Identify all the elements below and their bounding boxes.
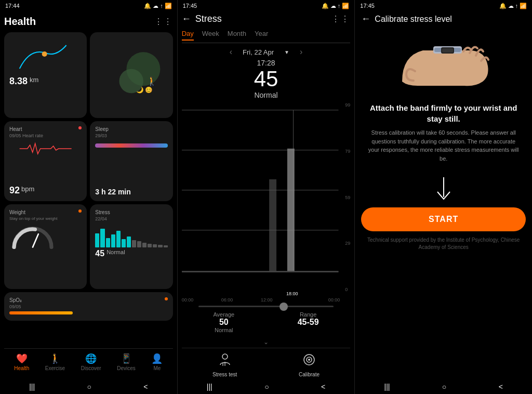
calib-title: Calibrate stress level xyxy=(375,15,452,24)
card-weight[interactable]: Weight Stay on top of your weight xyxy=(4,204,87,290)
stat-average: Average 50 Normal xyxy=(213,311,234,333)
stress-content: ← Stress ⋮⋮ Day Week Month Year ‹ Fri, 2… xyxy=(178,11,355,379)
reading-time: 17:28 xyxy=(182,59,351,67)
svg-text:🚶: 🚶 xyxy=(147,76,157,87)
x-label-24: 00:00 xyxy=(328,297,340,303)
time-1: 17:44 xyxy=(5,3,20,9)
tab-day[interactable]: Day xyxy=(182,30,194,41)
average-sub: Normal xyxy=(213,327,234,333)
walking-unit: km xyxy=(30,76,38,84)
average-label: Average xyxy=(213,311,234,318)
card-sleep[interactable]: Sleep 29/03 3 h 22 min xyxy=(90,121,172,201)
start-button[interactable]: START xyxy=(361,207,526,231)
svg-line-5 xyxy=(33,234,38,247)
nav-health-label: Health xyxy=(14,365,29,371)
nav-devices[interactable]: 📱 Devices xyxy=(117,353,136,371)
bottom-actions: Stress test Calibrate xyxy=(182,348,351,379)
svg-text:🌙 😊: 🌙 😊 xyxy=(136,86,153,94)
timeline-slider[interactable] xyxy=(182,306,351,307)
phone-nav-home[interactable]: ○ xyxy=(87,383,91,391)
stress-test-label: Stress test xyxy=(212,372,237,377)
card-spo2[interactable]: SpO₂ 09/05 xyxy=(4,292,173,321)
phone-nav-back-3[interactable]: < xyxy=(499,383,503,391)
phone-nav-menu-2[interactable]: ||| xyxy=(207,383,212,391)
calibrate-action[interactable]: Calibrate xyxy=(299,352,320,377)
calib-back-button[interactable]: ← xyxy=(361,14,370,24)
x-label-0: 00:00 xyxy=(182,297,194,303)
stress-more-icon[interactable]: ⋮⋮ xyxy=(331,14,350,24)
slider-thumb[interactable] xyxy=(280,303,288,311)
health-more-icon[interactable]: ⋮⋮ xyxy=(154,17,173,27)
expand-chevron[interactable]: ⌄ xyxy=(182,338,351,346)
devices-nav-icon: 📱 xyxy=(121,353,132,364)
average-value: 50 xyxy=(213,318,234,327)
heart-title: Heart xyxy=(9,126,82,132)
calibrate-label: Calibrate xyxy=(299,372,320,377)
nav-discover[interactable]: 🌐 Discover xyxy=(81,353,101,371)
y-label-79: 79 xyxy=(345,149,350,154)
nav-discover-label: Discover xyxy=(81,365,101,371)
chart-highlight-time: 18:00 xyxy=(286,291,298,296)
wrist-visual xyxy=(361,35,526,97)
slider-track[interactable] xyxy=(198,306,334,307)
stress-title: Stress xyxy=(95,209,167,215)
nav-health[interactable]: ❤️ Health xyxy=(14,353,29,371)
sleep-value: 3 h 22 min xyxy=(95,188,167,196)
tab-week[interactable]: Week xyxy=(202,30,219,41)
exercise-nav-icon: 🚶 xyxy=(49,353,61,364)
status-icons-1: 🔔 ☁ ↑ 📶 xyxy=(144,3,172,9)
nav-exercise-label: Exercise xyxy=(45,365,65,371)
weight-subtitle: Stay on top of your weight xyxy=(9,216,82,221)
phone-nav-back-2[interactable]: < xyxy=(321,383,325,391)
card-stress[interactable]: Stress 22/04 xyxy=(90,204,172,290)
arrow-down-visual xyxy=(361,176,526,202)
stress-back-button[interactable]: ← xyxy=(182,14,191,24)
calib-instruction-title: Attach the band firmly to your wrist and… xyxy=(361,102,526,124)
date-prev-button[interactable]: ‹ xyxy=(230,47,232,57)
phone-nav-1: ||| ○ < xyxy=(0,379,177,394)
stress-test-action[interactable]: Stress test xyxy=(212,352,237,377)
heart-value: 92 xyxy=(9,185,20,196)
status-icons-3: 🔔 ☁ ↑ 📶 xyxy=(499,3,527,9)
reading-level: Normal xyxy=(182,91,351,99)
spo2-subtitle: 09/05 xyxy=(9,304,168,309)
card-heart[interactable]: Heart 09/05 Heart rate 92 bpm xyxy=(4,121,87,201)
stress-subtitle: 22/04 xyxy=(95,216,167,221)
tab-month[interactable]: Month xyxy=(228,30,246,41)
y-label-0: 0 xyxy=(345,287,350,292)
phone-nav-menu-3[interactable]: ||| xyxy=(384,383,390,391)
phone-nav-home-3[interactable]: ○ xyxy=(442,383,446,391)
spo2-title: SpO₂ xyxy=(9,297,168,303)
nav-me[interactable]: 👤 Me xyxy=(151,353,163,371)
y-label-59: 59 xyxy=(345,195,350,200)
panel-health: 17:44 🔔 ☁ ↑ 📶 Health ⋮⋮ xyxy=(0,0,178,394)
nav-exercise[interactable]: 🚶 Exercise xyxy=(45,353,65,371)
y-label-29: 29 xyxy=(345,241,350,246)
calib-footer: Technical support provided by the Instit… xyxy=(361,237,526,251)
phone-nav-menu[interactable]: ||| xyxy=(29,383,35,391)
chart-x-labels: 00:00 06:00 12:00 00:00 xyxy=(182,297,340,303)
me-nav-icon: 👤 xyxy=(151,353,163,364)
calib-header: ← Calibrate stress level xyxy=(361,11,526,30)
x-label-6: 06:00 xyxy=(221,297,233,303)
discover-nav-icon: 🌐 xyxy=(85,353,97,364)
bottom-nav: ❤️ Health 🚶 Exercise 🌐 Discover 📱 Device… xyxy=(4,348,173,376)
stress-level: Normal xyxy=(107,249,125,255)
card-walking[interactable]: 8.38 km xyxy=(4,32,87,118)
card-activity[interactable]: 🚶 🌙 😊 xyxy=(90,32,172,118)
nav-me-label: Me xyxy=(153,365,161,371)
sleep-bar xyxy=(95,143,167,148)
nav-devices-label: Devices xyxy=(117,365,136,371)
health-header: Health ⋮⋮ xyxy=(4,15,173,30)
phone-nav-home-2[interactable]: ○ xyxy=(264,383,269,391)
range-label: Range xyxy=(298,311,319,318)
phone-nav-back[interactable]: < xyxy=(143,383,148,391)
status-bar-3: 17:45 🔔 ☁ ↑ 📶 xyxy=(355,0,532,11)
status-bar-1: 17:44 🔔 ☁ ↑ 📶 xyxy=(0,0,177,11)
date-next-button[interactable]: › xyxy=(300,47,302,57)
tab-year[interactable]: Year xyxy=(255,30,268,41)
status-bar-2: 17:45 🔔 ☁ ↑ 📶 xyxy=(178,0,355,11)
date-dropdown-icon[interactable]: ▼ xyxy=(284,49,289,55)
wrist-svg xyxy=(387,35,501,97)
tabs-row: Day Week Month Year xyxy=(182,28,351,43)
